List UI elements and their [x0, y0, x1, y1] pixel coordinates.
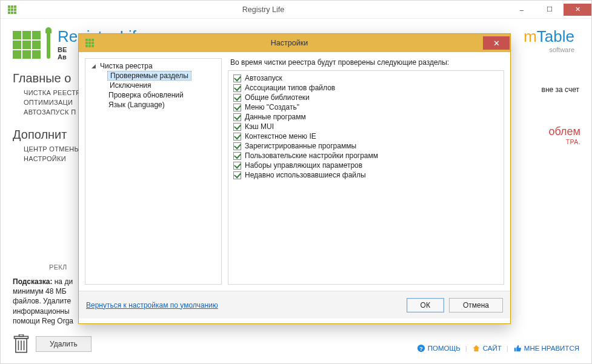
check-mui-cache[interactable]: Кэш MUI: [233, 122, 499, 131]
problems-sub-fragment: ТРА.: [514, 138, 580, 145]
vendor-brand: mTable software: [524, 27, 579, 53]
problems-panel: облем ТРА.: [514, 125, 580, 145]
maximize-button[interactable]: ☐: [536, 4, 564, 16]
footer-links: ?ПОМОЩЬ | САЙТ | МНЕ НРАВИТСЯ: [417, 344, 579, 352]
problems-count-fragment: облем: [514, 125, 580, 138]
titlebar: Registry Life – ☐ ✕: [1, 1, 591, 19]
window-title: Registry Life: [19, 5, 508, 14]
tree-item-language[interactable]: Язык (Language): [85, 100, 221, 110]
checkbox-icon[interactable]: [233, 74, 241, 82]
tree-item-updates[interactable]: Проверка обновлений: [85, 90, 221, 100]
close-button[interactable]: ✕: [564, 4, 591, 16]
settings-tree: ◢Чистка реестра Проверяемые разделы Искл…: [85, 58, 222, 285]
help-icon: ?: [417, 344, 425, 352]
dialog-footer: Вернуться к настройкам по умолчанию ОК О…: [79, 291, 510, 319]
app-subtitle-2: Ав: [58, 53, 67, 61]
like-link[interactable]: МНЕ НРАВИТСЯ: [513, 344, 579, 352]
checklist-header: Во время чистки реестра будут проверены …: [230, 58, 504, 67]
check-registered-programs[interactable]: Зарегистрированные программы: [233, 141, 499, 151]
dialog-titlebar: Настройки ✕: [79, 34, 510, 52]
svg-rect-5: [19, 334, 24, 336]
minimize-button[interactable]: –: [508, 4, 536, 16]
delete-button[interactable]: Удалить: [36, 336, 91, 352]
dialog-title: Настройки: [96, 39, 483, 47]
checkbox-icon[interactable]: [233, 162, 241, 170]
dialog-close-button[interactable]: ✕: [483, 36, 510, 50]
dialog-icon: [84, 39, 96, 47]
ok-button[interactable]: ОК: [407, 298, 444, 313]
check-shared-libs[interactable]: Общие библиотеки: [233, 93, 499, 102]
checkbox-icon[interactable]: [233, 123, 241, 131]
check-app-data[interactable]: Данные программ: [233, 112, 499, 122]
check-control-sets[interactable]: Наборы управляющих параметров: [233, 160, 499, 170]
tree-item-checked-sections[interactable]: Проверяемые разделы: [107, 71, 191, 81]
screwdriver-icon: [47, 31, 50, 59]
app-subtitle-1: ВЕ: [58, 46, 67, 53]
trash-icon: [13, 334, 30, 354]
check-autostart[interactable]: Автозапуск: [233, 73, 499, 83]
fragment-text: вне за счет: [542, 85, 579, 94]
app-logo: [13, 31, 50, 59]
check-user-settings[interactable]: Пользовательские настройки программ: [233, 151, 499, 160]
collapse-icon[interactable]: ◢: [91, 63, 98, 69]
help-link[interactable]: ?ПОМОЩЬ: [417, 344, 461, 352]
checkbox-icon[interactable]: [233, 113, 241, 121]
checklist: Автозапуск Ассоциации типов файлов Общие…: [228, 70, 504, 285]
checkbox-icon[interactable]: [233, 84, 241, 92]
check-filetypes[interactable]: Ассоциации типов файлов: [233, 83, 499, 93]
cancel-button[interactable]: Отмена: [449, 298, 503, 313]
app-icon: [5, 3, 19, 16]
checkbox-icon[interactable]: [233, 152, 241, 160]
site-link[interactable]: САЙТ: [472, 344, 502, 352]
ad-label: РЕКЛ: [49, 263, 67, 271]
reset-defaults-link[interactable]: Вернуться к настройкам по умолчанию: [86, 301, 218, 309]
tree-item-exclusions[interactable]: Исключения: [85, 81, 221, 90]
checkbox-icon[interactable]: [233, 94, 241, 102]
main-window: Registry Life – ☐ ✕ Registry Life ВЕ Ав …: [0, 0, 592, 364]
thumbs-up-icon: [513, 344, 522, 352]
svg-text:?: ?: [419, 345, 423, 352]
check-recent-files[interactable]: Недавно использовавшиеся файлы: [233, 170, 499, 180]
check-new-menu[interactable]: Меню "Создать": [233, 102, 499, 112]
home-icon: [472, 344, 481, 352]
tree-item-registry-clean[interactable]: ◢Чистка реестра: [85, 61, 221, 71]
checkbox-icon[interactable]: [233, 171, 241, 179]
check-ie-context[interactable]: Контекстное меню IE: [233, 131, 499, 141]
settings-dialog: Настройки ✕ ◢Чистка реестра Проверяемые …: [78, 33, 511, 324]
checkbox-icon[interactable]: [233, 142, 241, 150]
checkbox-icon[interactable]: [233, 133, 241, 141]
checkbox-icon[interactable]: [233, 104, 241, 111]
